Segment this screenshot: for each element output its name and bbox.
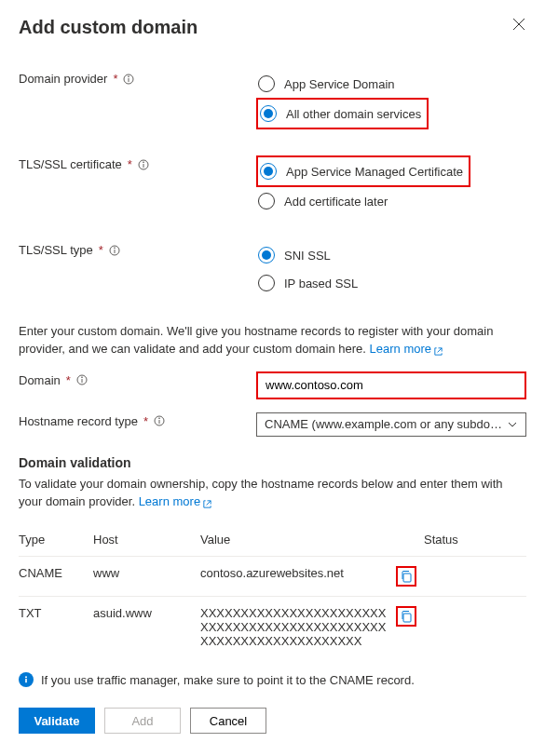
svg-point-7 bbox=[143, 161, 143, 162]
chevron-down-icon bbox=[507, 419, 518, 430]
svg-point-21 bbox=[25, 677, 27, 679]
domain-validation-heading: Domain validation bbox=[19, 455, 526, 470]
radio-all-other-domain-services[interactable]: All other domain services bbox=[258, 100, 427, 128]
info-icon bbox=[19, 672, 34, 687]
radio-label: All other domain services bbox=[286, 107, 421, 121]
info-icon[interactable] bbox=[123, 74, 134, 85]
required-asterisk: * bbox=[143, 414, 148, 428]
col-type: Type bbox=[19, 523, 93, 557]
copy-button[interactable] bbox=[396, 566, 416, 587]
select-value: CNAME (www.example.com or any subdo… bbox=[265, 417, 502, 431]
radio-label: IP based SSL bbox=[284, 277, 358, 290]
svg-rect-20 bbox=[403, 614, 411, 622]
info-message: If you use traffic manager, make sure to… bbox=[41, 673, 415, 687]
learn-more-link[interactable]: Learn more bbox=[139, 494, 212, 508]
learn-more-link[interactable]: Learn more bbox=[370, 342, 443, 356]
copy-icon bbox=[400, 610, 413, 623]
required-asterisk: * bbox=[128, 157, 132, 171]
radio-sni-ssl[interactable]: SNI SSL bbox=[256, 241, 526, 269]
required-asterisk: * bbox=[99, 243, 103, 257]
domain-help-text: Enter your custom domain. We'll give you… bbox=[19, 323, 526, 358]
svg-rect-19 bbox=[403, 574, 411, 582]
info-icon[interactable] bbox=[138, 159, 149, 170]
info-icon[interactable] bbox=[109, 245, 120, 256]
col-value: Value bbox=[200, 523, 396, 557]
info-icon[interactable] bbox=[76, 374, 88, 385]
radio-label: SNI SSL bbox=[284, 249, 331, 263]
tls-certificate-label: TLS/SSL certificate bbox=[19, 157, 122, 171]
svg-point-14 bbox=[81, 377, 82, 378]
svg-line-18 bbox=[207, 500, 211, 505]
svg-rect-22 bbox=[25, 679, 27, 682]
table-row: TXT asuid.www XXXXXXXXXXXXXXXXXXXXXXXXXX… bbox=[19, 597, 526, 658]
hostname-record-type-label: Hostname record type bbox=[19, 414, 138, 428]
domain-input[interactable] bbox=[258, 373, 525, 398]
add-button: Add bbox=[104, 708, 181, 734]
radio-managed-certificate[interactable]: App Service Managed Certificate bbox=[258, 157, 469, 185]
radio-icon bbox=[260, 163, 277, 180]
external-link-icon bbox=[202, 497, 212, 507]
page-title: Add custom domain bbox=[19, 17, 526, 38]
radio-app-service-domain[interactable]: App Service Domain bbox=[256, 70, 526, 98]
required-asterisk: * bbox=[66, 373, 71, 387]
domain-validation-help: To validate your domain ownership, copy … bbox=[19, 476, 526, 511]
cell-value: contoso.azurewebsites.net bbox=[200, 557, 396, 597]
svg-point-4 bbox=[129, 75, 129, 76]
info-icon[interactable] bbox=[154, 415, 165, 426]
cell-value: XXXXXXXXXXXXXXXXXXXXXXXXXXXXXXXXXXXXXXXX… bbox=[200, 597, 396, 658]
external-link-icon bbox=[433, 344, 443, 355]
hostname-record-type-select[interactable]: CNAME (www.example.com or any subdo… bbox=[256, 412, 526, 437]
radio-icon bbox=[258, 75, 275, 92]
cell-type: TXT bbox=[19, 597, 93, 658]
svg-line-11 bbox=[438, 348, 443, 353]
radio-icon bbox=[258, 247, 275, 263]
domain-provider-label: Domain provider bbox=[19, 72, 107, 86]
radio-icon bbox=[258, 193, 275, 209]
radio-icon bbox=[260, 105, 277, 122]
svg-point-10 bbox=[114, 247, 115, 248]
radio-label: App Service Managed Certificate bbox=[286, 165, 463, 179]
required-asterisk: * bbox=[113, 72, 117, 86]
table-row: CNAME www contoso.azurewebsites.net bbox=[19, 557, 526, 597]
cell-type: CNAME bbox=[19, 557, 93, 597]
cell-host: www bbox=[93, 557, 200, 597]
radio-add-certificate-later[interactable]: Add certificate later bbox=[256, 187, 526, 215]
radio-icon bbox=[258, 275, 275, 291]
validate-button[interactable]: Validate bbox=[19, 708, 95, 734]
radio-label: Add certificate later bbox=[284, 195, 388, 209]
domain-label: Domain bbox=[19, 373, 61, 387]
cancel-button[interactable]: Cancel bbox=[190, 708, 266, 734]
copy-button[interactable] bbox=[396, 606, 416, 627]
validation-table: Type Host Value Status CNAME www contoso… bbox=[19, 523, 526, 657]
col-status: Status bbox=[424, 523, 526, 557]
cell-host: asuid.www bbox=[93, 597, 200, 658]
copy-icon bbox=[400, 570, 413, 583]
radio-label: App Service Domain bbox=[284, 77, 395, 91]
col-host: Host bbox=[93, 523, 200, 557]
close-button[interactable] bbox=[511, 17, 526, 32]
close-icon bbox=[512, 18, 525, 31]
tls-type-label: TLS/SSL type bbox=[19, 243, 93, 257]
radio-ip-based-ssl[interactable]: IP based SSL bbox=[256, 269, 526, 297]
svg-point-17 bbox=[159, 418, 160, 419]
